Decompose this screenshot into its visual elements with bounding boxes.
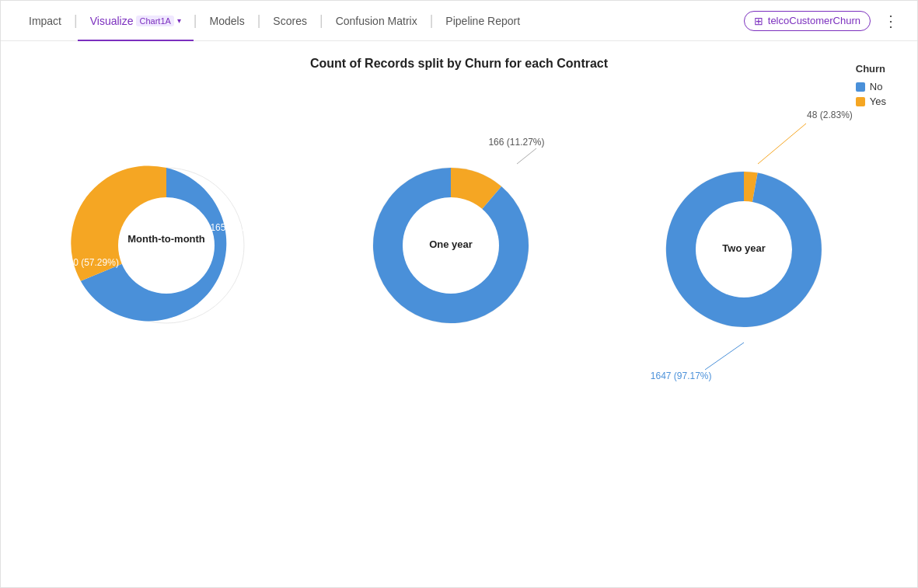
nav-visualize[interactable]: Visualize Chart1A ▾: [78, 1, 194, 41]
svg-line-2: [517, 148, 536, 164]
donut-svg-month: Month-to-month: [65, 144, 267, 346]
legend-color-no: [856, 82, 865, 92]
nav-pipeline-report[interactable]: Pipeline Report: [433, 1, 532, 41]
chart-title: Count of Records split by Churn for each…: [24, 57, 894, 71]
nav-right: ⊞ telcoCustomerChurn ⋮: [744, 9, 902, 33]
chart-badge: Chart1A: [136, 16, 173, 26]
app-container: Impact | Visualize Chart1A ▾ | Models | …: [0, 0, 918, 588]
annotation-no-month: 2220 (57.29%): [58, 257, 119, 268]
legend-label-yes: Yes: [870, 96, 886, 107]
svg-line-4: [758, 124, 806, 164]
annotation-yes-month: 1655 (42.71%): [210, 222, 271, 233]
donut-month-to-month: Month-to-month 2220 (57.29%) 1655 (42.71…: [65, 121, 267, 370]
nav-models[interactable]: Models: [197, 1, 257, 41]
legend-color-yes: [856, 97, 865, 106]
nav-scores[interactable]: Scores: [260, 1, 319, 41]
donut-center-label-month: Month-to-month: [127, 233, 205, 245]
charts-area: Month-to-month 2220 (57.29%) 1655 (42.71…: [24, 86, 894, 405]
chart-legend: Churn No Yes: [856, 63, 886, 110]
donut-hole-month: [118, 197, 215, 294]
legend-item-no: No: [856, 81, 886, 92]
annotation-line-oneyear: [350, 121, 552, 362]
donut-one-year: One year 1307 (88.73%) 166 (11.27%): [350, 121, 552, 370]
nav-confusion-matrix[interactable]: Confusion Matrix: [323, 1, 430, 41]
nav-impact[interactable]: Impact: [16, 1, 74, 41]
svg-line-5: [705, 343, 744, 370]
donut-two-year: Two year 1647 (97.17%) 48 (2.83%): [635, 102, 853, 389]
dropdown-arrow-icon[interactable]: ▾: [177, 16, 181, 25]
dataset-label: telcoCustomerChurn: [768, 15, 860, 26]
dataset-icon: ⊞: [754, 15, 763, 27]
more-menu-button[interactable]: ⋮: [880, 9, 902, 33]
nav-bar: Impact | Visualize Chart1A ▾ | Models | …: [1, 1, 917, 41]
annotation-lines-twoyear: [635, 102, 853, 389]
dataset-badge[interactable]: ⊞ telcoCustomerChurn: [744, 11, 871, 31]
legend-label-no: No: [870, 81, 883, 92]
legend-item-yes: Yes: [856, 96, 886, 107]
legend-title: Churn: [856, 63, 886, 75]
content-area: Count of Records split by Churn for each…: [1, 41, 917, 420]
